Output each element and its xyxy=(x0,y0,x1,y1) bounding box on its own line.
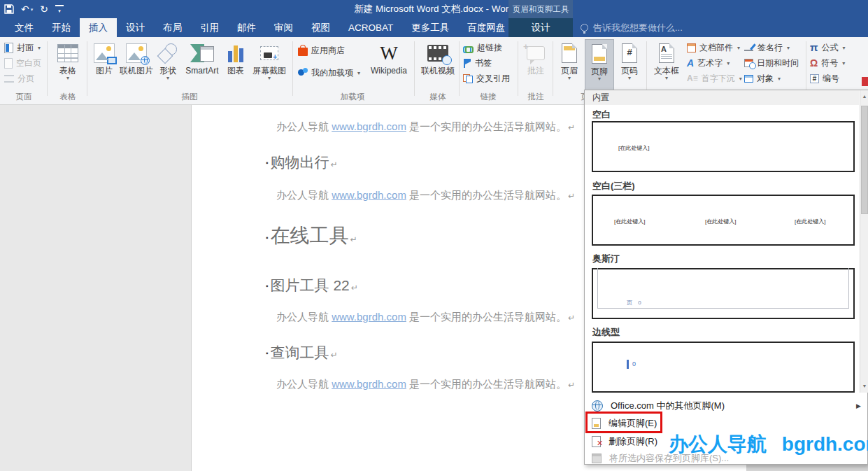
drop-cap-button[interactable]: A≡ 首字下沉▾ xyxy=(687,71,742,86)
window-title: 新建 Microsoft Word 文档.docx - Word xyxy=(0,0,868,18)
my-addins-button[interactable]: 我的加载项▾ xyxy=(298,65,360,80)
body-paragraph[interactable]: 办公人导航 www.bgrdh.com 是一个实用的办公生活导航网站。↵ xyxy=(276,189,575,202)
symbol-button[interactable]: Ω 符号▾ xyxy=(810,55,845,71)
footer-gallery-dropdown: 内置 空白 [在此处键入] 空白(三栏) [在此处键入] [在此处键入] [在此… xyxy=(584,90,868,465)
header-icon xyxy=(562,43,577,63)
header-button[interactable]: 页眉 xyxy=(555,39,583,92)
tab-layout[interactable]: 布局 xyxy=(154,18,191,37)
screenshot-button[interactable]: 屏幕截图 xyxy=(249,39,290,92)
date-time-icon xyxy=(744,59,753,67)
ribbon-tabs: 文件 开始 插入 设计 布局 引用 邮件 审阅 视图 ACROBAT 更多工具 … xyxy=(6,18,514,37)
equation-button[interactable]: π 公式▾ xyxy=(810,40,846,55)
gallery-preview-blank-three[interactable]: [在此处键入] [在此处键入] [在此处键入] xyxy=(592,195,855,246)
heading-lookup-tools[interactable]: ▪查询工具↵ xyxy=(266,343,338,363)
gallery-preview-blank[interactable]: [在此处键入] xyxy=(592,121,855,172)
equation-icon: π xyxy=(810,43,818,52)
word-window: ↶▾ ↻ ▾ 新建 Microsoft Word 文档.docx - Word … xyxy=(0,0,868,471)
comment-icon xyxy=(527,46,545,60)
gallery-item-name-blank: 空白 xyxy=(592,108,611,121)
store-icon xyxy=(298,48,308,56)
tab-insert[interactable]: 插入 xyxy=(80,18,117,37)
document-background-left xyxy=(0,105,192,471)
lightbulb-icon xyxy=(581,24,588,31)
gallery-preview-austin[interactable]: 页 0 xyxy=(592,268,855,319)
heading-online-tools[interactable]: ▪在线工具↵ xyxy=(266,223,357,249)
hyperlink-bgrdh[interactable]: www.bgrdh.com xyxy=(332,378,406,390)
sideline-accent-bar xyxy=(627,360,629,369)
tab-review[interactable]: 审阅 xyxy=(265,18,302,37)
tab-references[interactable]: 引用 xyxy=(191,18,228,37)
group-label-comments: 批注 xyxy=(522,92,550,102)
cover-page-button[interactable]: 封面▾ xyxy=(4,40,41,55)
body-paragraph[interactable]: 办公人导航 www.bgrdh.com 是一个实用的办公生活导航网站。↵ xyxy=(276,311,575,324)
pictures-icon xyxy=(94,43,115,63)
tab-baidu-netdisk[interactable]: 百度网盘 xyxy=(458,18,514,37)
bookmark-button[interactable]: 书签 xyxy=(463,55,492,71)
page-break-button[interactable]: 分页 xyxy=(4,71,34,86)
wordart-icon: A xyxy=(687,57,694,69)
signature-line-button[interactable]: 签名行▾ xyxy=(744,40,790,55)
hyperlink-button[interactable]: 超链接 xyxy=(463,40,502,55)
smartart-button[interactable]: SmartArt xyxy=(182,39,222,92)
cross-reference-button[interactable]: 交叉引用 xyxy=(463,71,510,86)
comment-button[interactable]: 批注 xyxy=(522,39,550,92)
hyperlink-icon xyxy=(463,45,474,52)
hyperlink-bgrdh[interactable]: www.bgrdh.com xyxy=(332,311,406,323)
tab-design[interactable]: 设计 xyxy=(117,18,154,37)
tab-mailings[interactable]: 邮件 xyxy=(228,18,265,37)
scroll-down-icon[interactable]: ▼ xyxy=(860,380,868,392)
heading-picture-tools[interactable]: ▪图片工具 22↵ xyxy=(266,276,358,295)
group-label-links: 链接 xyxy=(460,92,516,102)
scroll-up-icon[interactable]: ▲ xyxy=(860,90,868,102)
tell-me-box[interactable]: 告诉我您想要做什么... xyxy=(581,18,683,37)
group-label-tables: 表格 xyxy=(52,92,84,102)
tab-view[interactable]: 视图 xyxy=(302,18,339,37)
wikipedia-button[interactable]: W Wikipedia xyxy=(367,39,411,92)
heading-shopping-travel[interactable]: ▪购物出行↵ xyxy=(266,153,338,172)
footer-icon xyxy=(592,44,607,64)
delete-footer-icon xyxy=(592,436,601,447)
tab-home[interactable]: 开始 xyxy=(43,18,80,37)
hyperlink-bgrdh[interactable]: www.bgrdh.com xyxy=(332,189,406,201)
ribbon-tab-row: 文件 开始 插入 设计 布局 引用 邮件 审阅 视图 ACROBAT 更多工具 … xyxy=(0,18,868,37)
online-pictures-icon xyxy=(126,43,147,63)
date-time-button[interactable]: 日期和时间 xyxy=(744,55,799,71)
quick-parts-button[interactable]: 文档部件▾ xyxy=(687,40,740,55)
gallery-section-header: 内置 xyxy=(585,90,859,105)
numbering-button[interactable]: # 编号 xyxy=(810,71,839,86)
hyperlink-bgrdh[interactable]: www.bgrdh.com xyxy=(332,120,406,132)
save-to-gallery-icon xyxy=(592,454,602,463)
tab-file[interactable]: 文件 xyxy=(6,18,43,37)
object-button[interactable]: 对象▾ xyxy=(744,71,781,86)
table-icon xyxy=(57,44,78,62)
group-label-illustrations: 插图 xyxy=(88,92,291,102)
quick-parts-icon xyxy=(687,43,696,52)
body-paragraph[interactable]: 办公人导航 www.bgrdh.com 是一个实用的办公生活导航网站。↵ xyxy=(276,378,575,391)
watermark-text: 办公人导航 bgrdh.com xyxy=(669,431,868,458)
gallery-preview-sideline[interactable]: 0 xyxy=(592,342,855,393)
page-number-button[interactable]: 页码 xyxy=(616,39,643,92)
wikipedia-icon: W xyxy=(380,43,397,63)
tab-acrobat[interactable]: ACROBAT xyxy=(339,18,402,37)
tab-header-footer-design[interactable]: 设计 xyxy=(508,18,573,37)
scrollbar-thumb[interactable] xyxy=(861,106,868,214)
gallery-scrollbar[interactable]: ▲ ▼ xyxy=(860,90,868,393)
cover-page-icon xyxy=(4,43,13,53)
footer-button[interactable]: 页脚 xyxy=(585,39,614,92)
body-paragraph[interactable]: 办公人导航 www.bgrdh.com 是一个实用的办公生活导航网站。↵ xyxy=(276,120,575,134)
online-video-button[interactable]: 联机视频 xyxy=(418,39,457,92)
chart-button[interactable]: 图表 xyxy=(224,39,248,92)
text-box-button[interactable]: 文本框 xyxy=(650,39,683,92)
group-label-pages: 页面 xyxy=(4,92,43,102)
online-pictures-button[interactable]: 联机图片 xyxy=(119,39,154,92)
blank-page-button[interactable]: 空白页 xyxy=(4,55,41,71)
store-button[interactable]: 应用商店 xyxy=(298,43,345,58)
red-highlight-box xyxy=(585,412,662,433)
wordart-button[interactable]: A 艺术字▾ xyxy=(687,55,730,71)
shapes-button[interactable]: 形状 xyxy=(155,39,180,92)
tab-more-tools[interactable]: 更多工具 xyxy=(402,18,458,37)
table-button[interactable]: 表格 xyxy=(52,39,84,92)
clipped-red-icon xyxy=(862,77,868,86)
pictures-button[interactable]: 图片 xyxy=(91,39,118,92)
symbol-icon: Ω xyxy=(810,58,818,68)
